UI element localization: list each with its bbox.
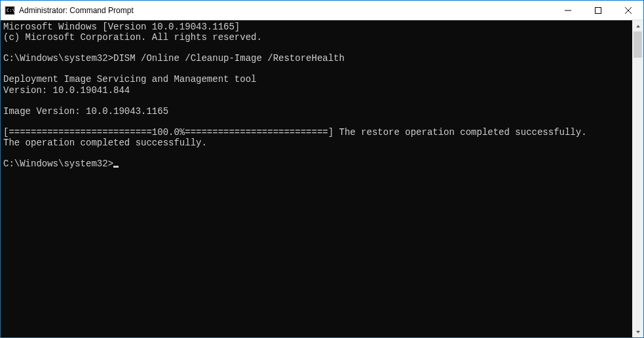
chevron-down-icon xyxy=(635,329,641,335)
terminal-line: (c) Microsoft Corporation. All rights re… xyxy=(3,32,262,43)
terminal-line: The operation completed successfully. xyxy=(3,138,207,148)
chevron-up-icon xyxy=(635,24,641,29)
scroll-down-button[interactable] xyxy=(632,326,643,337)
cmd-icon: C:\ xyxy=(5,5,15,16)
svg-marker-7 xyxy=(636,331,640,333)
minimize-icon xyxy=(565,7,571,14)
svg-marker-6 xyxy=(636,25,640,28)
vertical-scrollbar[interactable] xyxy=(632,20,643,337)
terminal-prompt: C:\Windows\system32> xyxy=(3,159,113,169)
scroll-up-button[interactable] xyxy=(632,20,643,31)
window-controls xyxy=(553,1,643,20)
scrollbar-thumb[interactable] xyxy=(634,31,642,58)
terminal-line: Microsoft Windows [Version 10.0.19043.11… xyxy=(3,22,240,32)
command-prompt-window: C:\ Administrator: Command Prompt Micros… xyxy=(0,0,644,338)
scrollbar-track[interactable] xyxy=(632,31,643,326)
terminal-output[interactable]: Microsoft Windows [Version 10.0.19043.11… xyxy=(1,20,632,337)
terminal-line: [==========================100.0%=======… xyxy=(3,127,587,138)
close-icon xyxy=(625,7,632,14)
minimize-button[interactable] xyxy=(553,1,583,20)
titlebar-left: C:\ Administrator: Command Prompt xyxy=(1,5,553,16)
svg-text:C:\: C:\ xyxy=(7,8,15,13)
terminal-line: Version: 10.0.19041.844 xyxy=(3,85,130,96)
content-area: Microsoft Windows [Version 10.0.19043.11… xyxy=(1,20,643,337)
svg-rect-3 xyxy=(596,7,601,13)
maximize-icon xyxy=(595,7,601,14)
terminal-line: Deployment Image Servicing and Managemen… xyxy=(3,74,256,84)
terminal-line: C:\Windows\system32>DISM /Online /Cleanu… xyxy=(3,53,345,64)
titlebar[interactable]: C:\ Administrator: Command Prompt xyxy=(1,1,643,20)
close-button[interactable] xyxy=(613,1,643,20)
maximize-button[interactable] xyxy=(583,1,613,20)
terminal-line: Image Version: 10.0.19043.1165 xyxy=(3,106,168,117)
terminal-cursor xyxy=(113,166,119,168)
window-title: Administrator: Command Prompt xyxy=(19,6,134,15)
